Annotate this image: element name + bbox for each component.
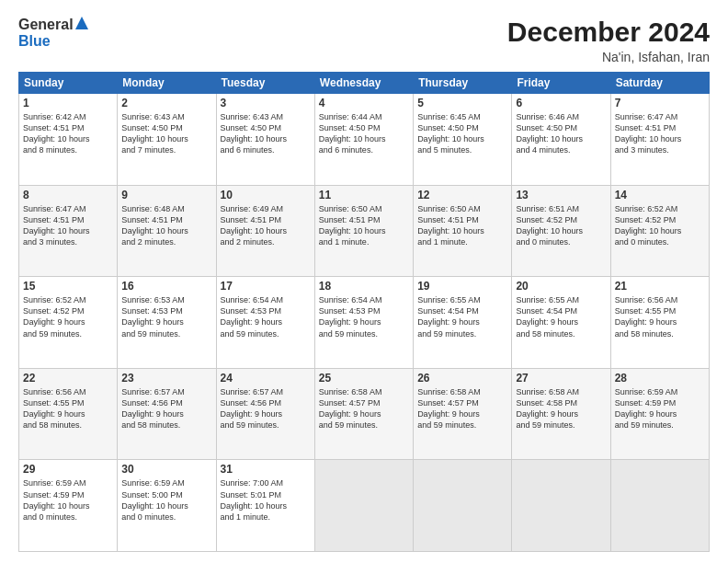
page: General Blue December 2024 Na'in, Isfaha… bbox=[0, 0, 728, 563]
calendar-cell: 22Sunrise: 6:56 AM Sunset: 4:55 PM Dayli… bbox=[19, 368, 118, 460]
day-info: Sunrise: 6:43 AM Sunset: 4:50 PM Dayligh… bbox=[221, 111, 311, 156]
day-number: 15 bbox=[23, 280, 113, 293]
day-info: Sunrise: 6:57 AM Sunset: 4:56 PM Dayligh… bbox=[221, 386, 311, 431]
calendar-cell: 25Sunrise: 6:58 AM Sunset: 4:57 PM Dayli… bbox=[314, 368, 413, 460]
day-number: 25 bbox=[319, 372, 409, 385]
calendar-cell: 4Sunrise: 6:44 AM Sunset: 4:50 PM Daylig… bbox=[314, 94, 413, 186]
calendar-cell: 6Sunrise: 6:46 AM Sunset: 4:50 PM Daylig… bbox=[512, 94, 610, 186]
day-number: 23 bbox=[121, 372, 211, 385]
calendar-week-3: 15Sunrise: 6:52 AM Sunset: 4:52 PM Dayli… bbox=[19, 277, 710, 369]
day-number: 7 bbox=[615, 97, 705, 109]
calendar-cell: 3Sunrise: 6:43 AM Sunset: 4:50 PM Daylig… bbox=[216, 94, 314, 186]
calendar-cell: 19Sunrise: 6:55 AM Sunset: 4:54 PM Dayli… bbox=[414, 277, 512, 369]
calendar-cell: 2Sunrise: 6:43 AM Sunset: 4:50 PM Daylig… bbox=[118, 94, 216, 186]
calendar-cell bbox=[414, 460, 512, 552]
header: General Blue December 2024 Na'in, Isfaha… bbox=[18, 17, 710, 64]
weekday-header-thursday: Thursday bbox=[414, 73, 512, 94]
calendar-cell: 23Sunrise: 6:57 AM Sunset: 4:56 PM Dayli… bbox=[118, 368, 216, 460]
calendar-cell bbox=[610, 460, 709, 552]
day-info: Sunrise: 6:52 AM Sunset: 4:52 PM Dayligh… bbox=[23, 294, 113, 339]
calendar-cell: 15Sunrise: 6:52 AM Sunset: 4:52 PM Dayli… bbox=[19, 277, 118, 369]
calendar-week-5: 29Sunrise: 6:59 AM Sunset: 4:59 PM Dayli… bbox=[19, 460, 710, 552]
calendar-cell bbox=[512, 460, 610, 552]
calendar-table: SundayMondayTuesdayWednesdayThursdayFrid… bbox=[18, 72, 710, 552]
day-number: 21 bbox=[615, 280, 705, 293]
day-number: 14 bbox=[615, 189, 705, 201]
weekday-header-friday: Friday bbox=[512, 73, 610, 94]
day-info: Sunrise: 6:49 AM Sunset: 4:51 PM Dayligh… bbox=[221, 203, 311, 248]
day-info: Sunrise: 6:52 AM Sunset: 4:52 PM Dayligh… bbox=[615, 203, 705, 248]
day-number: 2 bbox=[121, 97, 211, 109]
day-info: Sunrise: 6:51 AM Sunset: 4:52 PM Dayligh… bbox=[516, 203, 606, 248]
day-number: 4 bbox=[319, 97, 409, 109]
calendar-cell: 10Sunrise: 6:49 AM Sunset: 4:51 PM Dayli… bbox=[216, 185, 314, 277]
day-info: Sunrise: 6:54 AM Sunset: 4:53 PM Dayligh… bbox=[221, 294, 311, 339]
logo-blue: Blue bbox=[18, 33, 51, 49]
day-number: 1 bbox=[23, 97, 113, 109]
day-number: 11 bbox=[319, 189, 409, 201]
day-info: Sunrise: 6:42 AM Sunset: 4:51 PM Dayligh… bbox=[23, 111, 113, 156]
day-info: Sunrise: 6:55 AM Sunset: 4:54 PM Dayligh… bbox=[417, 294, 507, 339]
calendar-cell: 27Sunrise: 6:58 AM Sunset: 4:58 PM Dayli… bbox=[512, 368, 610, 460]
day-number: 8 bbox=[23, 189, 113, 201]
logo: General Blue bbox=[18, 17, 88, 50]
calendar-cell: 5Sunrise: 6:45 AM Sunset: 4:50 PM Daylig… bbox=[414, 94, 512, 186]
day-info: Sunrise: 6:57 AM Sunset: 4:56 PM Dayligh… bbox=[121, 386, 211, 431]
day-info: Sunrise: 6:59 AM Sunset: 4:59 PM Dayligh… bbox=[615, 386, 705, 431]
day-number: 13 bbox=[516, 189, 606, 201]
month-title: December 2024 bbox=[507, 17, 710, 48]
day-info: Sunrise: 6:47 AM Sunset: 4:51 PM Dayligh… bbox=[615, 111, 705, 156]
day-number: 19 bbox=[417, 280, 507, 293]
day-info: Sunrise: 6:50 AM Sunset: 4:51 PM Dayligh… bbox=[417, 203, 507, 248]
day-info: Sunrise: 6:44 AM Sunset: 4:50 PM Dayligh… bbox=[319, 111, 409, 156]
logo-triangle-icon bbox=[75, 17, 88, 29]
calendar-cell: 16Sunrise: 6:53 AM Sunset: 4:53 PM Dayli… bbox=[118, 277, 216, 369]
calendar-cell: 26Sunrise: 6:58 AM Sunset: 4:57 PM Dayli… bbox=[414, 368, 512, 460]
day-number: 22 bbox=[23, 372, 113, 385]
day-number: 29 bbox=[23, 463, 113, 476]
day-info: Sunrise: 6:59 AM Sunset: 4:59 PM Dayligh… bbox=[23, 477, 113, 523]
day-number: 31 bbox=[221, 463, 311, 476]
day-number: 3 bbox=[221, 97, 311, 109]
calendar-cell: 24Sunrise: 6:57 AM Sunset: 4:56 PM Dayli… bbox=[216, 368, 314, 460]
calendar-cell: 30Sunrise: 6:59 AM Sunset: 5:00 PM Dayli… bbox=[118, 460, 216, 552]
weekday-header-tuesday: Tuesday bbox=[216, 73, 314, 94]
day-number: 6 bbox=[516, 97, 606, 109]
day-info: Sunrise: 6:56 AM Sunset: 4:55 PM Dayligh… bbox=[615, 294, 705, 339]
day-info: Sunrise: 6:43 AM Sunset: 4:50 PM Dayligh… bbox=[121, 111, 211, 156]
calendar-cell: 21Sunrise: 6:56 AM Sunset: 4:55 PM Dayli… bbox=[610, 277, 709, 369]
day-info: Sunrise: 6:46 AM Sunset: 4:50 PM Dayligh… bbox=[516, 111, 606, 156]
calendar-cell: 31Sunrise: 7:00 AM Sunset: 5:01 PM Dayli… bbox=[216, 460, 314, 552]
calendar-cell: 20Sunrise: 6:55 AM Sunset: 4:54 PM Dayli… bbox=[512, 277, 610, 369]
weekday-header-saturday: Saturday bbox=[610, 73, 709, 94]
calendar-cell: 7Sunrise: 6:47 AM Sunset: 4:51 PM Daylig… bbox=[610, 94, 709, 186]
day-number: 9 bbox=[121, 189, 211, 201]
day-number: 28 bbox=[615, 372, 705, 385]
day-number: 30 bbox=[121, 463, 211, 476]
day-number: 17 bbox=[221, 280, 311, 293]
location: Na'in, Isfahan, Iran bbox=[507, 50, 710, 64]
day-info: Sunrise: 6:56 AM Sunset: 4:55 PM Dayligh… bbox=[23, 386, 113, 431]
day-number: 26 bbox=[417, 372, 507, 385]
calendar-cell: 29Sunrise: 6:59 AM Sunset: 4:59 PM Dayli… bbox=[19, 460, 118, 552]
day-number: 27 bbox=[516, 372, 606, 385]
calendar-week-1: 1Sunrise: 6:42 AM Sunset: 4:51 PM Daylig… bbox=[19, 94, 710, 186]
day-number: 10 bbox=[221, 189, 311, 201]
title-area: December 2024 Na'in, Isfahan, Iran bbox=[507, 17, 710, 64]
day-info: Sunrise: 6:58 AM Sunset: 4:58 PM Dayligh… bbox=[516, 386, 606, 431]
calendar-cell: 13Sunrise: 6:51 AM Sunset: 4:52 PM Dayli… bbox=[512, 185, 610, 277]
weekday-header-row: SundayMondayTuesdayWednesdayThursdayFrid… bbox=[19, 73, 710, 94]
day-number: 5 bbox=[417, 97, 507, 109]
day-info: Sunrise: 6:59 AM Sunset: 5:00 PM Dayligh… bbox=[121, 477, 211, 523]
calendar-week-2: 8Sunrise: 6:47 AM Sunset: 4:51 PM Daylig… bbox=[19, 185, 710, 277]
day-info: Sunrise: 7:00 AM Sunset: 5:01 PM Dayligh… bbox=[221, 477, 311, 523]
calendar-cell: 9Sunrise: 6:48 AM Sunset: 4:51 PM Daylig… bbox=[118, 185, 216, 277]
day-number: 12 bbox=[417, 189, 507, 201]
day-info: Sunrise: 6:58 AM Sunset: 4:57 PM Dayligh… bbox=[319, 386, 409, 431]
weekday-header-monday: Monday bbox=[118, 73, 216, 94]
day-info: Sunrise: 6:54 AM Sunset: 4:53 PM Dayligh… bbox=[319, 294, 409, 339]
calendar-cell: 17Sunrise: 6:54 AM Sunset: 4:53 PM Dayli… bbox=[216, 277, 314, 369]
day-info: Sunrise: 6:45 AM Sunset: 4:50 PM Dayligh… bbox=[417, 111, 507, 156]
calendar-cell: 18Sunrise: 6:54 AM Sunset: 4:53 PM Dayli… bbox=[314, 277, 413, 369]
logo-general: General bbox=[18, 17, 74, 33]
